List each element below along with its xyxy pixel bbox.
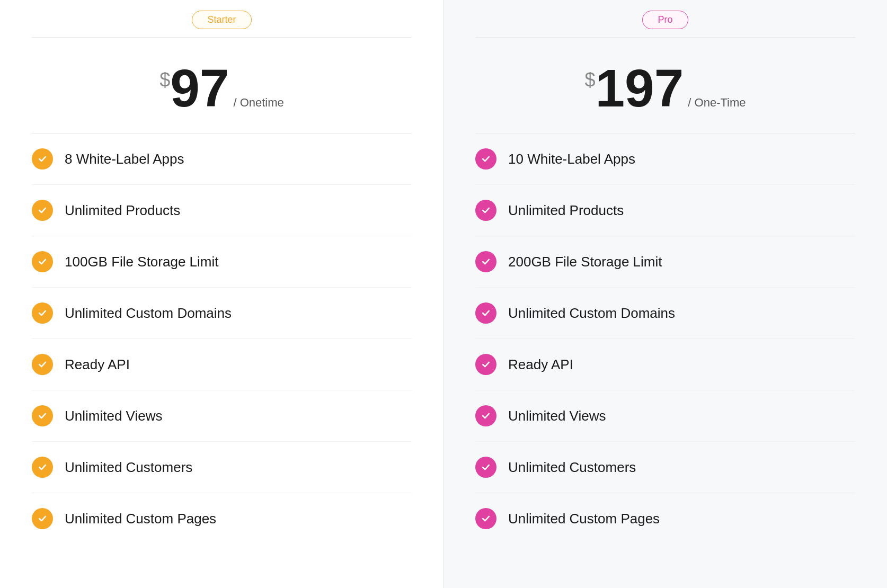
- price-period-starter: / Onetime: [233, 96, 283, 110]
- plan-column-starter: Starter$97/ Onetime 8 White-Label Apps U…: [0, 0, 444, 588]
- price-amount-pro: 197: [595, 61, 684, 114]
- price-dollar-pro: $: [584, 69, 595, 91]
- price-section-pro: $197/ One-Time: [475, 43, 855, 133]
- check-icon: [32, 354, 53, 375]
- feature-label: Ready API: [508, 357, 573, 373]
- list-item: Unlimited Custom Domains: [475, 288, 855, 339]
- list-item: Unlimited Custom Pages: [32, 493, 412, 544]
- plan-divider-top-starter: [32, 37, 412, 38]
- feature-label: Unlimited Custom Pages: [65, 511, 216, 527]
- check-icon: [32, 200, 53, 221]
- list-item: Unlimited Custom Domains: [32, 288, 412, 339]
- check-icon: [475, 302, 496, 324]
- feature-label: 200GB File Storage Limit: [508, 254, 662, 270]
- check-icon: [475, 251, 496, 272]
- feature-label: Unlimited Custom Domains: [508, 305, 675, 322]
- feature-label: Unlimited Products: [65, 202, 180, 219]
- plan-badge-pro: Pro: [642, 11, 688, 29]
- plan-divider-top-pro: [475, 37, 855, 38]
- price-period-pro: / One-Time: [688, 96, 746, 110]
- list-item: Ready API: [32, 339, 412, 390]
- plan-header-starter: Starter: [32, 0, 412, 37]
- check-icon: [32, 148, 53, 170]
- feature-label: Unlimited Views: [65, 408, 162, 424]
- check-icon: [475, 200, 496, 221]
- price-dollar-starter: $: [159, 69, 170, 91]
- list-item: 200GB File Storage Limit: [475, 236, 855, 288]
- feature-label: Unlimited Products: [508, 202, 624, 219]
- plan-badge-starter: Starter: [192, 11, 251, 29]
- list-item: 100GB File Storage Limit: [32, 236, 412, 288]
- price-section-starter: $97/ Onetime: [32, 43, 412, 133]
- list-item: 10 White-Label Apps: [475, 133, 855, 185]
- check-icon: [32, 457, 53, 478]
- check-icon: [475, 405, 496, 426]
- feature-list-starter: 8 White-Label Apps Unlimited Products 10…: [32, 133, 412, 544]
- check-icon: [32, 302, 53, 324]
- list-item: Unlimited Views: [32, 390, 412, 442]
- check-icon: [32, 405, 53, 426]
- list-item: Unlimited Products: [32, 185, 412, 236]
- feature-list-pro: 10 White-Label Apps Unlimited Products 2…: [475, 133, 855, 544]
- list-item: Ready API: [475, 339, 855, 390]
- check-icon: [475, 354, 496, 375]
- feature-label: Unlimited Views: [508, 408, 606, 424]
- check-icon: [475, 508, 496, 529]
- feature-label: Unlimited Customers: [65, 459, 192, 476]
- price-amount-starter: 97: [170, 61, 229, 114]
- feature-label: 100GB File Storage Limit: [65, 254, 218, 270]
- plan-header-pro: Pro: [475, 0, 855, 37]
- feature-label: 8 White-Label Apps: [65, 151, 184, 167]
- feature-label: Ready API: [65, 357, 130, 373]
- plan-column-pro: Pro$197/ One-Time 10 White-Label Apps Un…: [444, 0, 887, 588]
- pricing-container: Starter$97/ Onetime 8 White-Label Apps U…: [0, 0, 887, 588]
- feature-label: Unlimited Custom Domains: [65, 305, 232, 322]
- feature-label: Unlimited Custom Pages: [508, 511, 660, 527]
- check-icon: [475, 457, 496, 478]
- list-item: Unlimited Custom Pages: [475, 493, 855, 544]
- list-item: Unlimited Views: [475, 390, 855, 442]
- check-icon: [32, 508, 53, 529]
- feature-label: Unlimited Customers: [508, 459, 636, 476]
- check-icon: [32, 251, 53, 272]
- check-icon: [475, 148, 496, 170]
- list-item: 8 White-Label Apps: [32, 133, 412, 185]
- list-item: Unlimited Customers: [475, 442, 855, 493]
- list-item: Unlimited Customers: [32, 442, 412, 493]
- list-item: Unlimited Products: [475, 185, 855, 236]
- feature-label: 10 White-Label Apps: [508, 151, 635, 167]
